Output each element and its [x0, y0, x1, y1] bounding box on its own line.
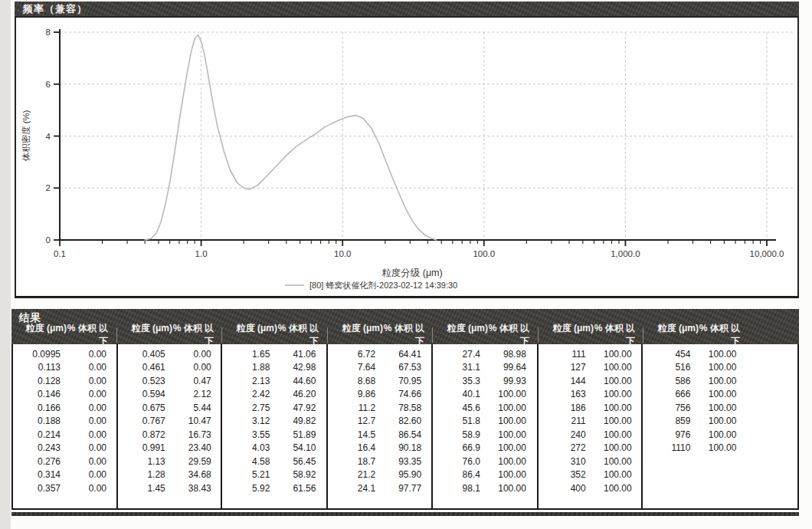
size-value: 3.55 — [222, 429, 270, 440]
table-row: 0.2430.00 — [13, 442, 116, 455]
size-value: 2.42 — [222, 389, 270, 399]
size-value: 4.58 — [222, 456, 270, 467]
size-value: 0.872 — [118, 429, 165, 440]
pct-value: 100.00 — [690, 349, 745, 360]
size-value: 272 — [539, 442, 586, 453]
table-row: 1.4538.43 — [118, 481, 221, 495]
size-value: 1.28 — [118, 469, 165, 480]
size-value: 1.45 — [118, 483, 165, 494]
size-value: 9.86 — [328, 389, 375, 399]
pct-value: 0.47 — [165, 376, 221, 386]
pct-value: 100.00 — [586, 362, 641, 373]
table-row: 0.1460.00 — [13, 388, 116, 402]
pct-value: 100.00 — [690, 442, 745, 453]
size-value: 666 — [643, 389, 690, 399]
results-table-cell: 454100.00516100.00586100.00666100.007561… — [643, 344, 799, 510]
pct-value: 58.92 — [270, 469, 325, 480]
table-row: 3.1249.82 — [222, 415, 325, 429]
pct-value: 99.93 — [480, 376, 535, 386]
scan-margin — [0, 0, 11, 529]
size-value: 0.243 — [13, 442, 61, 453]
table-row: 0.1280.00 — [13, 374, 116, 388]
pct-value: 100.00 — [480, 402, 535, 413]
pct-value: 0.00 — [61, 483, 116, 494]
pct-value: 34.68 — [165, 469, 221, 480]
table-row: 9.8674.66 — [328, 388, 431, 402]
size-value: 1.13 — [118, 456, 165, 467]
table-row: 211100.00 — [539, 415, 641, 429]
table-row: 272100.00 — [539, 442, 641, 455]
table-row: 24.197.77 — [328, 481, 431, 495]
size-value: 111 — [539, 349, 586, 360]
size-value: 51.8 — [433, 416, 480, 426]
pct-value: 51.89 — [270, 429, 325, 440]
size-value: 240 — [539, 429, 586, 440]
results-header-bar: 结果 粒度 (μm)% 体积 以下粒度 (μm)% 体积 以下粒度 (μm)% … — [11, 309, 799, 344]
size-value: 0.113 — [13, 362, 61, 373]
table-row: 18.793.35 — [328, 455, 431, 468]
results-table-cell: 0.09950.000.1130.000.1280.000.1460.000.1… — [13, 344, 118, 510]
table-row: 76.0100.00 — [433, 455, 535, 468]
pct-value: 100.00 — [480, 456, 535, 467]
column-header-group: 粒度 (μm)% 体积 以下 — [116, 327, 221, 343]
pct-value: 100.00 — [586, 469, 641, 480]
size-value: 24.1 — [328, 483, 375, 494]
table-row: 0.2140.00 — [13, 428, 116, 442]
size-value: 0.146 — [13, 389, 61, 399]
pct-value: 29.59 — [165, 456, 221, 467]
results-table-cell: 1.6541.061.8842.982.1344.602.4246.202.75… — [222, 344, 328, 510]
pct-value: 2.12 — [165, 389, 221, 399]
pct-value: 0.00 — [165, 349, 221, 360]
results-table-cell: 27.498.9831.199.6435.399.9340.1100.0045.… — [433, 344, 539, 510]
table-row: 0.6755.44 — [118, 401, 221, 415]
frequency-curve — [145, 34, 436, 240]
size-value: 66.9 — [433, 442, 480, 453]
table-row: 45.6100.00 — [433, 401, 535, 415]
pct-value: 0.00 — [61, 442, 116, 453]
table-row: 40.1100.00 — [433, 388, 535, 402]
pct-value: 95.90 — [375, 469, 431, 480]
table-row: 127100.00 — [539, 361, 641, 375]
table-row: 27.498.98 — [433, 347, 535, 361]
pct-value: 67.53 — [375, 362, 431, 373]
pct-value: 74.66 — [375, 389, 431, 399]
size-value: 0.276 — [13, 456, 61, 467]
size-value: 2.13 — [222, 376, 270, 386]
pct-value: 78.58 — [375, 402, 431, 413]
size-value: 0.594 — [118, 389, 165, 399]
column-header-group: 粒度 (μm)% 体积 以下 — [11, 327, 116, 343]
size-value: 76.0 — [433, 456, 480, 467]
results-column-headers: 粒度 (μm)% 体积 以下粒度 (μm)% 体积 以下粒度 (μm)% 体积 … — [11, 326, 799, 344]
table-row: 1110100.00 — [643, 442, 745, 455]
y-tick-label: 6 — [46, 80, 51, 89]
pct-value: 98.98 — [480, 349, 535, 360]
table-row: 0.1660.00 — [13, 401, 116, 415]
pct-value: 90.18 — [375, 442, 431, 453]
y-axis-title: 体积密度 (%) — [21, 110, 31, 161]
size-value: 45.6 — [433, 402, 480, 413]
table-row: 86.4100.00 — [433, 468, 535, 482]
table-row: 14.586.54 — [328, 428, 431, 442]
table-row: 3.5551.89 — [222, 428, 325, 442]
legend-label: [80] 蜂窝状催化剂-2023-02-12 14:39:30 — [309, 281, 457, 290]
pct-value: 70.95 — [375, 376, 431, 386]
size-value: 516 — [643, 362, 690, 373]
table-row: 352100.00 — [539, 468, 641, 482]
size-value: 144 — [539, 376, 586, 386]
size-value: 40.1 — [433, 389, 480, 399]
table-row: 4.0354.10 — [222, 442, 325, 455]
table-row: 859100.00 — [643, 415, 745, 429]
size-value: 0.523 — [118, 376, 165, 386]
column-header-group: 粒度 (μm)% 体积 以下 — [432, 327, 538, 343]
size-value: 6.72 — [328, 349, 375, 360]
size-value: 400 — [539, 483, 586, 494]
size-value: 310 — [539, 456, 586, 467]
pct-value: 5.44 — [165, 402, 221, 413]
size-value: 98.1 — [433, 483, 480, 494]
y-tick-label: 0 — [46, 235, 51, 245]
table-row: 1.8842.98 — [222, 361, 325, 375]
pct-value: 0.00 — [61, 429, 116, 440]
pct-value: 0.00 — [61, 349, 116, 360]
pct-value: 61.56 — [270, 483, 325, 494]
size-value: 11.2 — [328, 402, 375, 413]
